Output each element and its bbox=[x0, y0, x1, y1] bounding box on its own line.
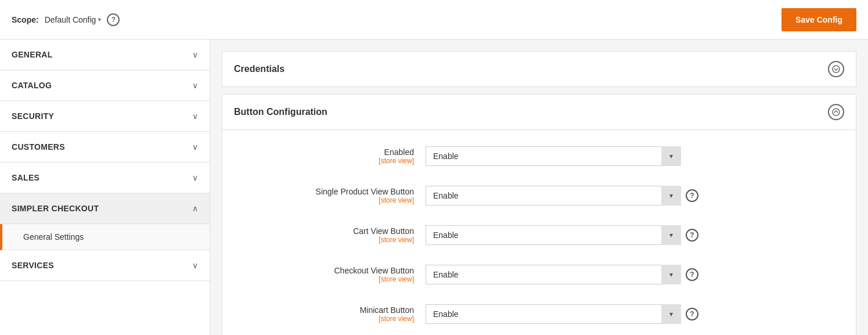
credentials-section: Credentials bbox=[222, 51, 856, 87]
enabled-control: Enable Disable ▾ bbox=[426, 146, 838, 166]
single-product-view-button-label: Single Product View Button bbox=[316, 187, 414, 196]
sidebar-item-sales[interactable]: SALES ∨ bbox=[0, 163, 210, 193]
chevron-down-icon: ∨ bbox=[192, 81, 198, 90]
help-icon[interactable]: ? bbox=[107, 13, 120, 26]
content-area: Credentials Button Configuration bbox=[210, 39, 868, 335]
checkout-view-button-help-icon[interactable]: ? bbox=[686, 268, 698, 281]
enabled-select[interactable]: Enable Disable bbox=[426, 146, 681, 166]
cart-view-button-help-icon[interactable]: ? bbox=[686, 229, 698, 242]
sidebar-item-security[interactable]: SECURITY ∨ bbox=[0, 101, 210, 132]
single-product-view-button-sublabel: [store view] bbox=[240, 196, 414, 204]
minicart-button-control: Enable Disable ▾ ? bbox=[426, 304, 838, 324]
main-layout: GENERAL ∨ CATALOG ∨ SECURITY ∨ CUSTOMERS… bbox=[0, 39, 868, 335]
button-configuration-section: Button Configuration Enabled [store view… bbox=[222, 94, 856, 335]
sidebar-item-label-general: GENERAL bbox=[12, 50, 53, 59]
checkout-view-button-label: Checkout View Button bbox=[334, 266, 415, 275]
checkout-view-button-control: Enable Disable ▾ ? bbox=[426, 265, 838, 284]
sidebar-item-label-security: SECURITY bbox=[12, 111, 54, 121]
checkout-view-button-sublabel: [store view] bbox=[240, 275, 414, 283]
chevron-down-icon: ∨ bbox=[192, 173, 198, 182]
cart-view-button-sublabel: [store view] bbox=[240, 236, 414, 244]
sidebar-item-label-customers: CUSTOMERS bbox=[12, 142, 65, 152]
enabled-label-area: Enabled [store view] bbox=[240, 147, 426, 165]
checkout-view-button-select-wrapper: Enable Disable ▾ bbox=[426, 265, 681, 284]
svg-point-1 bbox=[833, 109, 840, 116]
enabled-row: Enabled [store view] Enable Disable ▾ bbox=[240, 142, 838, 171]
top-bar: Scope: Default Config ▾ ? Save Config bbox=[0, 0, 868, 39]
single-product-view-button-select[interactable]: Enable Disable bbox=[426, 186, 681, 206]
chevron-down-icon: ∨ bbox=[192, 111, 198, 121]
cart-view-button-label: Cart View Button bbox=[353, 226, 414, 236]
sidebar-item-label-services: SERVICES bbox=[12, 261, 54, 270]
sidebar-item-label-sales: SALES bbox=[12, 173, 39, 182]
cart-view-button-row: Cart View Button [store view] Enable Dis… bbox=[240, 221, 838, 250]
scope-label: Scope: bbox=[12, 15, 39, 24]
sidebar-item-customers[interactable]: CUSTOMERS ∨ bbox=[0, 132, 210, 163]
checkout-view-button-row: Checkout View Button [store view] Enable… bbox=[240, 260, 838, 289]
sidebar-sub-item-label: General Settings bbox=[23, 232, 84, 242]
chevron-down-icon: ∨ bbox=[192, 142, 198, 152]
scope-area: Scope: Default Config ▾ ? bbox=[12, 13, 120, 26]
chevron-down-icon: ▾ bbox=[98, 16, 101, 23]
cart-view-button-select[interactable]: Enable Disable bbox=[426, 225, 681, 245]
sidebar-item-label-catalog: CATALOG bbox=[12, 81, 52, 90]
credentials-section-header[interactable]: Credentials bbox=[222, 52, 856, 87]
single-product-view-button-label-area: Single Product View Button [store view] bbox=[240, 187, 426, 204]
checkout-view-button-select[interactable]: Enable Disable bbox=[426, 265, 681, 284]
minicart-button-sublabel: [store view] bbox=[240, 315, 414, 323]
sidebar-item-label-simpler-checkout: SIMPLER CHECKOUT bbox=[12, 204, 99, 213]
chevron-down-icon: ∨ bbox=[192, 261, 198, 270]
chevron-down-icon: ∨ bbox=[192, 50, 198, 59]
minicart-button-help-icon[interactable]: ? bbox=[686, 308, 698, 320]
save-config-button[interactable]: Save Config bbox=[781, 8, 856, 31]
credentials-toggle[interactable] bbox=[828, 61, 844, 77]
single-product-view-button-select-wrapper: Enable Disable ▾ bbox=[426, 186, 681, 206]
sidebar: GENERAL ∨ CATALOG ∨ SECURITY ∨ CUSTOMERS… bbox=[0, 39, 210, 335]
minicart-button-select-wrapper: Enable Disable ▾ bbox=[426, 304, 681, 324]
chevron-up-icon: ∧ bbox=[192, 204, 198, 213]
minicart-button-label-area: Minicart Button [store view] bbox=[240, 305, 426, 323]
single-product-view-button-control: Enable Disable ▾ ? bbox=[426, 186, 838, 206]
minicart-button-label: Minicart Button bbox=[360, 305, 414, 315]
cart-view-button-select-wrapper: Enable Disable ▾ bbox=[426, 225, 681, 245]
scope-dropdown[interactable]: Default Config ▾ bbox=[45, 15, 102, 24]
sidebar-sub-item-general-settings[interactable]: General Settings bbox=[0, 224, 210, 250]
checkout-view-button-label-area: Checkout View Button [store view] bbox=[240, 266, 426, 283]
scope-value: Default Config bbox=[45, 15, 96, 24]
chevron-down-circle-icon bbox=[832, 65, 840, 73]
svg-point-0 bbox=[833, 66, 840, 73]
chevron-up-circle-icon bbox=[832, 108, 840, 116]
single-product-view-button-help-icon[interactable]: ? bbox=[686, 189, 698, 202]
minicart-button-select[interactable]: Enable Disable bbox=[426, 304, 681, 324]
enabled-sublabel: [store view] bbox=[240, 157, 414, 165]
button-configuration-toggle[interactable] bbox=[828, 104, 844, 120]
credentials-title: Credentials bbox=[234, 64, 284, 74]
enabled-select-wrapper: Enable Disable ▾ bbox=[426, 146, 681, 166]
cart-view-button-label-area: Cart View Button [store view] bbox=[240, 226, 426, 244]
button-configuration-header[interactable]: Button Configuration bbox=[222, 95, 856, 130]
button-configuration-body: Enabled [store view] Enable Disable ▾ bbox=[222, 130, 856, 335]
sidebar-item-general[interactable]: GENERAL ∨ bbox=[0, 39, 210, 70]
button-configuration-title: Button Configuration bbox=[234, 107, 327, 117]
single-product-view-button-row: Single Product View Button [store view] … bbox=[240, 181, 838, 210]
sidebar-item-services[interactable]: SERVICES ∨ bbox=[0, 250, 210, 281]
enabled-label: Enabled bbox=[384, 147, 414, 157]
sidebar-item-simpler-checkout[interactable]: SIMPLER CHECKOUT ∧ bbox=[0, 193, 210, 224]
cart-view-button-control: Enable Disable ▾ ? bbox=[426, 225, 838, 245]
minicart-button-row: Minicart Button [store view] Enable Disa… bbox=[240, 300, 838, 329]
sidebar-item-catalog[interactable]: CATALOG ∨ bbox=[0, 70, 210, 101]
